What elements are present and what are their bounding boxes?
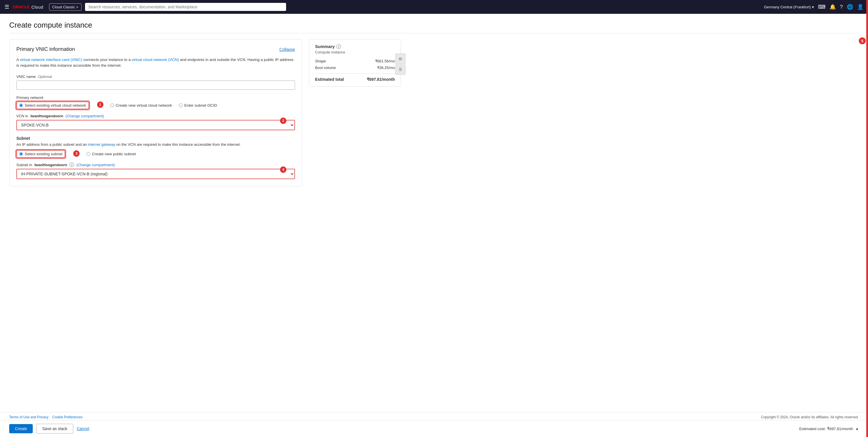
internet-gateway-link[interactable]: internet gateway <box>88 142 115 147</box>
radio-new-vcn[interactable]: Create new virtual cloud network <box>110 103 172 108</box>
save-as-stack-button[interactable]: Save as stack <box>36 424 73 426</box>
summary-info-icon[interactable]: i <box>336 44 341 49</box>
summary-divider <box>315 73 395 74</box>
subnet-info-icon[interactable]: i <box>69 163 74 167</box>
badge-4: 4 <box>280 167 286 173</box>
primary-network-radio-group: Select existing virtual cloud network 1 … <box>17 101 295 109</box>
summary-header: Summary i <box>315 44 395 49</box>
footer-left: Terms of Use and Privacy Cookie Preferen… <box>9 415 83 419</box>
vcn-compartment-name: IwanHoogendoorn <box>30 114 63 118</box>
summary-shape-label: Shape <box>315 59 326 63</box>
radio-existing-vcn[interactable]: Select existing virtual cloud network <box>17 101 89 109</box>
create-button[interactable]: Create <box>9 424 33 426</box>
subnet-desc-1: An IP address from a public subnet and a… <box>17 142 88 147</box>
radio-existing-subnet-input[interactable] <box>19 152 23 156</box>
subnet-compartment-label: Subnet in <box>17 163 32 167</box>
radio-new-subnet-label: Create new public subnet <box>92 152 135 156</box>
summary-float-btn-2[interactable]: ⠿ <box>395 64 406 75</box>
radio-existing-vcn-input[interactable] <box>19 104 23 107</box>
radio-new-vcn-label: Create new virtual cloud network <box>116 103 172 108</box>
subnet-radio-group: Select existing subnet 3 Create new publ… <box>17 150 295 158</box>
primary-network-group: Primary network Select existing virtual … <box>17 95 295 130</box>
form-panel: Primary VNIC information Collapse A virt… <box>9 39 302 191</box>
vcn-select-wrapper: SPOKE-VCN-B 2 <box>17 120 295 130</box>
region-label: Germany Central (Frankfurt) <box>764 5 811 9</box>
terms-link[interactable]: Terms of Use and Privacy <box>9 415 49 419</box>
subnet-description: An IP address from a public subnet and a… <box>17 142 295 147</box>
summary-total-value: ₹697.81/month <box>367 77 395 82</box>
region-selector[interactable]: Germany Central (Frankfurt) ▾ <box>764 5 814 9</box>
footer-copyright: Copyright © 2024, Oracle and/or its affi… <box>761 415 859 419</box>
vnic-card-title: Primary VNIC information <box>17 46 75 52</box>
cookie-link[interactable]: Cookie Preferences <box>52 415 83 419</box>
summary-boot-value: ₹36.25/mo <box>377 65 395 70</box>
card-header: Primary VNIC information Collapse <box>17 46 295 52</box>
summary-title: Summary <box>315 44 335 49</box>
vcn-change-compartment-link[interactable]: (Change compartment) <box>65 114 104 118</box>
search-input[interactable] <box>85 3 286 11</box>
radio-existing-subnet[interactable]: Select existing subnet <box>17 150 65 158</box>
main-layout: Primary VNIC information Collapse A virt… <box>9 39 859 191</box>
summary-total-row: Estimated total ₹697.81/month <box>315 77 395 82</box>
vcn-compartment-row: VCN in IwanHoogendoorn (Change compartme… <box>17 114 295 118</box>
summary-panel: Summary i Compute instance Shape ₹661.56… <box>309 39 401 87</box>
subnet-compartment-row: Subnet in IwanHoogendoorn i (Change comp… <box>17 163 295 167</box>
menu-icon[interactable]: ☰ <box>5 4 9 10</box>
page-container: Create compute instance Primary VNIC inf… <box>0 14 868 426</box>
subnet-section: Subnet An IP address from a public subne… <box>17 136 295 179</box>
bell-icon[interactable]: 🔔 <box>830 4 836 10</box>
summary-total-label: Estimated total <box>315 77 344 82</box>
summary-shape-value: ₹661.56/mo <box>375 59 395 63</box>
region-chevron-icon: ▾ <box>812 5 814 9</box>
cloud-classic-button[interactable]: Cloud Classic > <box>49 3 82 11</box>
subnet-change-compartment-link[interactable]: (Change compartment) <box>76 163 115 167</box>
primary-network-label: Primary network <box>17 95 295 100</box>
badge-5: 5 <box>859 37 866 44</box>
badge-3: 3 <box>73 150 80 157</box>
badge-1: 1 <box>97 101 103 108</box>
vnic-name-label: VNIC name Optional <box>17 75 295 79</box>
terminal-icon[interactable]: ⌨ <box>818 4 826 10</box>
desc-text-1: A <box>17 58 20 62</box>
radio-new-subnet[interactable]: Create new public subnet <box>87 152 135 156</box>
radio-new-subnet-input[interactable] <box>87 152 90 156</box>
bottom-bar: Create Save as stack Cancel Estimated co… <box>0 420 868 426</box>
summary-card: Summary i Compute instance Shape ₹661.56… <box>309 39 401 87</box>
oracle-logo: ORACLE Cloud <box>13 5 43 9</box>
help-icon[interactable]: ? <box>840 4 843 10</box>
radio-existing-subnet-label: Select existing subnet <box>25 152 62 156</box>
top-navigation: ☰ ORACLE Cloud Cloud Classic > Germany C… <box>0 0 868 14</box>
page-title: Create compute instance <box>9 21 859 33</box>
desc-text-2: connects your instance to a <box>83 58 132 62</box>
radio-subnet-ocid[interactable]: Enter subnet OCID <box>179 103 217 108</box>
subnet-select[interactable]: IH-PRIVATE-SUBNET-SPOKE-VCN-B (regional) <box>17 169 295 179</box>
vnic-link[interactable]: virtual network interface card (VNIC) <box>20 58 83 62</box>
vcn-link[interactable]: virtual cloud network (VCN) <box>131 58 179 62</box>
subnet-desc-2: on the VCN are required to make this ins… <box>116 142 241 147</box>
vcn-select[interactable]: SPOKE-VCN-B <box>17 120 295 130</box>
topnav-right-group: Germany Central (Frankfurt) ▾ ⌨ 🔔 ? 🌐 👤 <box>764 4 863 10</box>
subnet-title: Subnet <box>17 136 295 141</box>
radio-subnet-ocid-input[interactable] <box>179 104 183 107</box>
vnic-name-input[interactable] <box>17 81 295 90</box>
globe-icon[interactable]: 🌐 <box>847 4 853 10</box>
collapse-link[interactable]: Collapse <box>279 47 295 52</box>
summary-boot-row: Boot volume ₹36.25/mo <box>315 65 395 70</box>
cloud-logo-text: Cloud <box>31 5 43 9</box>
radio-existing-vcn-label: Select existing virtual cloud network <box>25 103 86 108</box>
subnet-compartment-name: IwanHoogendoorn <box>34 163 67 167</box>
summary-float-btn-1[interactable]: ⊙ <box>395 54 406 64</box>
summary-boot-label: Boot volume <box>315 65 336 70</box>
cancel-button[interactable]: Cancel <box>77 424 89 426</box>
vnic-name-optional: Optional <box>38 75 52 79</box>
vnic-description: A virtual network interface card (VNIC) … <box>17 57 295 69</box>
summary-subtitle: Compute instance <box>315 50 395 54</box>
radio-new-vcn-input[interactable] <box>110 104 114 107</box>
summary-float-buttons: ⊙ ⠿ <box>395 54 406 75</box>
oracle-logo-text: ORACLE <box>13 5 30 9</box>
red-border-right <box>866 0 868 426</box>
radio-subnet-ocid-label: Enter subnet OCID <box>184 103 217 108</box>
vcn-compartment-label: VCN in <box>17 114 28 118</box>
badge-2: 2 <box>280 118 286 124</box>
user-icon[interactable]: 👤 <box>857 4 863 10</box>
